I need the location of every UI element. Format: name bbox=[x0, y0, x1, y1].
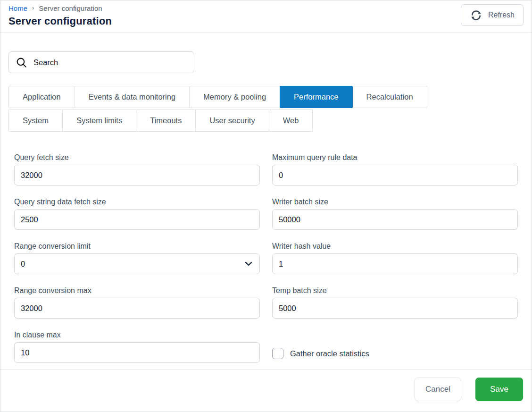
field-label: Range conversion limit bbox=[14, 242, 260, 251]
field-label: In clause max bbox=[14, 331, 260, 339]
tab-row-1: Application Events & data monitoring Mem… bbox=[8, 86, 524, 108]
breadcrumb: Home › Server configuration bbox=[8, 3, 524, 12]
temp-batch-size-input[interactable] bbox=[272, 298, 518, 319]
checkbox-label: Gather oracle statistics bbox=[290, 349, 369, 358]
gather-oracle-statistics-checkbox[interactable] bbox=[272, 348, 283, 359]
tab-events-data-monitoring[interactable]: Events & data monitoring bbox=[75, 86, 190, 108]
selected-value: 0 bbox=[21, 260, 25, 269]
tab-system-limits[interactable]: System limits bbox=[62, 109, 136, 132]
refresh-icon bbox=[470, 9, 482, 22]
breadcrumb-separator-icon: › bbox=[32, 4, 34, 11]
save-button[interactable]: Save bbox=[475, 378, 523, 401]
field-query-fetch-size: Query fetch size bbox=[14, 153, 260, 185]
field-range-conversion-max: Range conversion max bbox=[14, 286, 260, 319]
field-writer-hash-value: Writer hash value bbox=[272, 242, 518, 274]
range-conversion-limit-select[interactable]: 0 bbox=[14, 253, 260, 274]
performance-settings-form: Query fetch size Maximum query rule data… bbox=[8, 153, 524, 363]
field-in-clause-max: In clause max bbox=[14, 331, 260, 363]
page-header: Home › Server configuration Server confi… bbox=[0, 0, 532, 33]
field-label: Writer hash value bbox=[272, 242, 518, 251]
field-temp-batch-size: Temp batch size bbox=[272, 286, 518, 319]
form-footer: Cancel Save bbox=[0, 369, 532, 412]
field-label: Query fetch size bbox=[14, 153, 260, 162]
breadcrumb-current: Server configuration bbox=[39, 4, 102, 12]
field-query-string-data-fetch-size: Query string data fetch size bbox=[14, 198, 260, 230]
tab-timeouts[interactable]: Timeouts bbox=[136, 109, 196, 132]
field-maximum-query-rule-data: Maximum query rule data bbox=[272, 153, 518, 185]
query-string-data-fetch-size-input[interactable] bbox=[14, 209, 260, 230]
field-label: Temp batch size bbox=[272, 286, 518, 295]
field-label: Query string data fetch size bbox=[14, 198, 260, 206]
field-label: Writer batch size bbox=[272, 198, 518, 206]
range-conversion-max-input[interactable] bbox=[14, 298, 260, 319]
field-label: Maximum query rule data bbox=[272, 153, 518, 162]
tab-web[interactable]: Web bbox=[269, 109, 313, 132]
search-box[interactable] bbox=[8, 51, 194, 73]
field-label: Range conversion max bbox=[14, 286, 260, 295]
chevron-down-icon bbox=[244, 259, 253, 269]
main-content: Application Events & data monitoring Mem… bbox=[0, 33, 532, 363]
search-icon bbox=[16, 57, 27, 68]
tab-recalculation[interactable]: Recalculation bbox=[352, 86, 427, 108]
field-gather-oracle-statistics: Gather oracle statistics bbox=[272, 344, 518, 363]
page-title: Server configuration bbox=[8, 15, 524, 27]
refresh-button-label: Refresh bbox=[488, 11, 515, 19]
settings-tabs: Application Events & data monitoring Mem… bbox=[8, 86, 524, 132]
tab-system[interactable]: System bbox=[8, 109, 63, 132]
field-writer-batch-size: Writer batch size bbox=[272, 198, 518, 230]
tab-performance[interactable]: Performance bbox=[280, 86, 352, 108]
breadcrumb-home-link[interactable]: Home bbox=[8, 4, 27, 12]
query-fetch-size-input[interactable] bbox=[14, 165, 260, 185]
writer-hash-value-input[interactable] bbox=[272, 253, 518, 274]
refresh-button[interactable]: Refresh bbox=[461, 4, 524, 26]
tab-user-security[interactable]: User security bbox=[195, 109, 269, 132]
in-clause-max-input[interactable] bbox=[14, 342, 260, 363]
tab-row-2: System System limits Timeouts User secur… bbox=[8, 109, 524, 132]
cancel-button[interactable]: Cancel bbox=[415, 378, 461, 401]
writer-batch-size-input[interactable] bbox=[272, 209, 518, 230]
maximum-query-rule-data-input[interactable] bbox=[272, 165, 518, 185]
tab-memory-pooling[interactable]: Memory & pooling bbox=[189, 86, 280, 108]
field-range-conversion-limit: Range conversion limit 0 bbox=[14, 242, 260, 274]
search-input[interactable] bbox=[33, 58, 187, 67]
tab-application[interactable]: Application bbox=[8, 86, 75, 108]
